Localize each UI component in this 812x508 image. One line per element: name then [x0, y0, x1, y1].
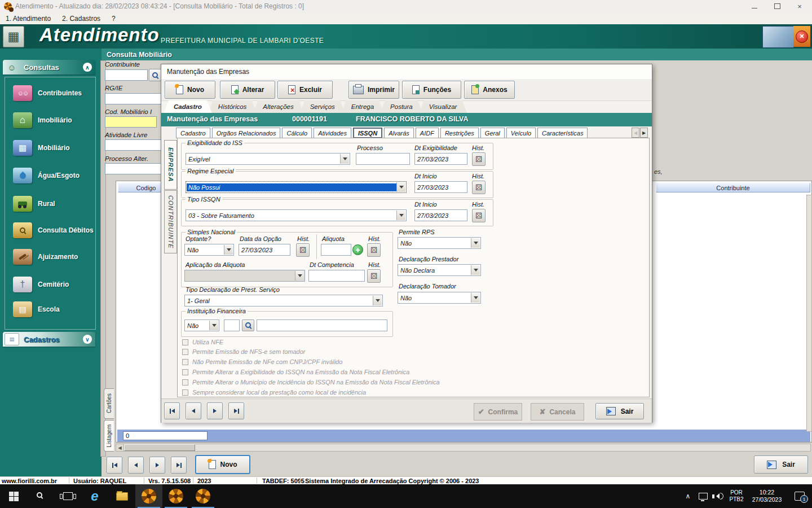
- exigibilidade-hist-button[interactable]: [472, 152, 486, 166]
- tab-inner-veiculo[interactable]: Veículo: [506, 128, 536, 138]
- dialog-nav-first-button[interactable]: [164, 402, 180, 419]
- minimize-button[interactable]: [743, 0, 766, 12]
- task-view-button[interactable]: [54, 484, 81, 508]
- tab-servicos[interactable]: Serviços: [300, 100, 345, 113]
- tipo-declaracao-combo[interactable]: 1- Geral: [184, 295, 383, 306]
- tipo-issqn-hist-button[interactable]: [472, 209, 486, 222]
- sidebar-item-contribuintes[interactable]: ☺☺ Contribuintes: [13, 84, 98, 102]
- tab-historicos[interactable]: Históricos: [208, 100, 257, 113]
- tray-language[interactable]: PORPTB2: [726, 484, 747, 508]
- tab-visualizar[interactable]: Visualizar: [419, 100, 467, 113]
- menu-help[interactable]: ?: [106, 12, 121, 24]
- scrollbar-thumb[interactable]: [124, 444, 195, 451]
- tab-listagem[interactable]: Listagem: [104, 420, 114, 452]
- taskbar-ie-button[interactable]: e: [81, 484, 108, 508]
- toolbar-anexos-button[interactable]: Anexos: [464, 81, 515, 99]
- regime-hist-button[interactable]: [472, 181, 486, 194]
- nav-previous-button[interactable]: [128, 457, 144, 474]
- tab-inner-geral[interactable]: Geral: [480, 128, 505, 138]
- side-tab-contribuinte[interactable]: CONTRIBUINTE: [164, 190, 177, 253]
- taskbar-search-button[interactable]: [27, 484, 54, 508]
- dialog-nav-next-button[interactable]: [207, 402, 223, 419]
- maximize-button[interactable]: [766, 0, 788, 12]
- exigibilidade-combo[interactable]: Exigível: [186, 153, 350, 165]
- tab-inner-issqn[interactable]: ISSQN: [353, 128, 382, 138]
- sair-button[interactable]: Sair: [754, 456, 808, 474]
- sidebar-section-consultas[interactable]: ☺ Consultas ∧: [3, 60, 95, 75]
- aplicacao-aliquota-combo[interactable]: [184, 270, 305, 282]
- tab-inner-alvaras[interactable]: Alvarás: [384, 128, 414, 138]
- taskbar-explorer-button[interactable]: [108, 484, 135, 508]
- instituicao-combo[interactable]: Não: [184, 319, 219, 331]
- tray-clock[interactable]: 10:2227/03/2023: [747, 484, 787, 508]
- data-opcao-input[interactable]: 27/03/2023: [239, 244, 290, 256]
- tab-cadastro[interactable]: Cadastro: [164, 100, 212, 113]
- aliquota-input[interactable]: [321, 244, 351, 256]
- tab-cartoes[interactable]: Cartões: [104, 388, 114, 419]
- tab-postura[interactable]: Postura: [380, 100, 423, 113]
- menu-atendimento[interactable]: 1. Atendimento: [0, 12, 56, 24]
- sidebar-item-mobiliario[interactable]: ▦ Mobiliário: [13, 139, 98, 157]
- tabs-scroll-right-icon[interactable]: ▶: [640, 128, 648, 138]
- tab-inner-calculo[interactable]: Cálculo: [282, 128, 312, 138]
- dt-competencia-input[interactable]: [308, 270, 365, 282]
- chevron-down-icon[interactable]: ∨: [83, 335, 92, 344]
- grid-vertical-scrollbar[interactable]: [806, 195, 812, 432]
- sidebar-item-escola[interactable]: ▤ Escola: [13, 300, 98, 318]
- tipo-issqn-dt-input[interactable]: 27/03/2023: [414, 209, 467, 221]
- toolbar-alterar-button[interactable]: Alterar: [220, 81, 275, 99]
- competencia-hist-button[interactable]: [367, 269, 381, 283]
- sidebar-item-ajuizamento[interactable]: Ajuizamento: [13, 248, 98, 266]
- checkbox-nfe-cnpj-invalido[interactable]: Não Permite Emissão de NFe com CNPJ/CPF …: [182, 358, 342, 365]
- tab-inner-orgaos-relacionados[interactable]: Orgãos Relacionados: [212, 128, 281, 138]
- sidebar-item-cemiterio[interactable]: † Cemitério: [13, 275, 98, 294]
- checkbox-utiliza-nfe[interactable]: Utiliza NFE: [182, 339, 223, 345]
- tab-inner-aidf[interactable]: AIDF: [416, 128, 439, 138]
- nav-last-button[interactable]: [171, 457, 187, 474]
- toolbar-excluir-button[interactable]: Excluir: [277, 81, 333, 99]
- sidebar-item-imobiliario[interactable]: ⌂ Imobiliário: [13, 111, 98, 129]
- checkbox-alterar-exigibilidade[interactable]: Permite Alterar a Exigibilidade do ISSQN…: [182, 369, 409, 375]
- cancela-button[interactable]: ✘Cancela: [531, 403, 584, 421]
- close-button[interactable]: ×: [788, 0, 811, 12]
- checkbox-alterar-municipio[interactable]: Permite Alterar o Município de Incidênci…: [182, 379, 440, 386]
- dt-exigibilidade-input[interactable]: 27/03/2023: [414, 153, 467, 165]
- simples-hist-button[interactable]: [296, 243, 310, 257]
- toolbar-funcoes-button[interactable]: Funções: [402, 81, 461, 99]
- chevron-up-icon[interactable]: ∧: [83, 63, 92, 72]
- instituicao-search-button[interactable]: [242, 319, 254, 331]
- contribuinte-search-button[interactable]: [149, 69, 161, 81]
- action-center-button[interactable]: 1: [788, 484, 811, 508]
- tab-inner-restricoes[interactable]: Restrições: [440, 128, 479, 138]
- sidebar-item-rural[interactable]: Rural: [13, 195, 98, 213]
- declaracao-tomador-combo[interactable]: Não: [398, 292, 481, 304]
- instituicao-code-input[interactable]: [224, 319, 240, 331]
- tipo-issqn-combo[interactable]: 03 - Sobre Faturamento: [186, 209, 407, 221]
- speaker-icon[interactable]: [709, 484, 726, 508]
- dialog-sair-button[interactable]: Sair: [595, 403, 644, 419]
- tab-inner-atividades[interactable]: Atividades: [314, 128, 351, 138]
- banner-exit-area[interactable]: ✕: [793, 26, 810, 47]
- taskbar-app1-button[interactable]: [135, 484, 162, 508]
- dialog-nav-last-button[interactable]: [228, 402, 244, 419]
- nav-next-button[interactable]: [149, 457, 165, 474]
- dialog-nav-previous-button[interactable]: [186, 402, 201, 419]
- scroll-left-arrow-icon[interactable]: ◀: [116, 444, 124, 451]
- permite-rps-combo[interactable]: Não: [398, 237, 481, 249]
- processo-input[interactable]: [356, 153, 410, 165]
- tray-hidden-icons-button[interactable]: ∧: [680, 484, 696, 508]
- instituicao-nome-input[interactable]: [257, 319, 387, 331]
- contribuinte-input[interactable]: [105, 69, 148, 81]
- toolbar-imprimir-button[interactable]: Imprimir: [348, 81, 399, 99]
- tab-alteracoes[interactable]: Alterações: [253, 100, 303, 113]
- record-count-field[interactable]: 0: [123, 431, 208, 440]
- side-tab-empresa[interactable]: EMPRESA: [164, 140, 177, 190]
- regime-especial-combo[interactable]: Não Possui: [186, 181, 407, 193]
- grid-selected-row[interactable]: [117, 430, 810, 442]
- sidebar-item-consulta-debitos[interactable]: Consulta Débitos: [13, 221, 98, 239]
- menu-cadastros[interactable]: 2. Cadastros: [56, 12, 106, 24]
- toolbar-novo-button[interactable]: Novo: [165, 81, 215, 99]
- regime-dt-inicio-input[interactable]: 27/03/2023: [414, 181, 467, 193]
- novo-button[interactable]: Novo: [196, 456, 250, 474]
- checkbox-local-prestacao[interactable]: Sempre considerar local da prestação com…: [182, 389, 366, 396]
